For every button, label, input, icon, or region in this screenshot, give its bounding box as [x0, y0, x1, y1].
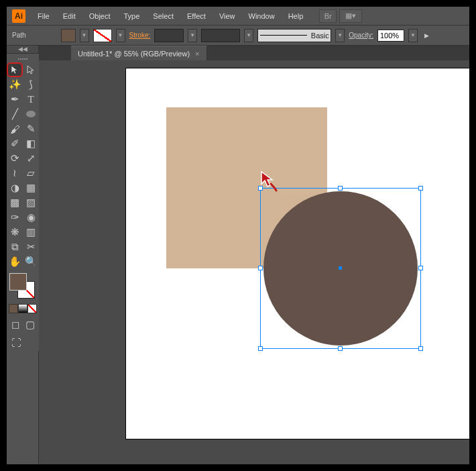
- brush-name: Basic: [311, 32, 329, 40]
- selection-type-label: Path: [12, 32, 26, 39]
- left-dock: ◀◀ ✨ ⟆ ✒ T ╱: [7, 46, 39, 464]
- scale-tool[interactable]: ⤢: [23, 151, 39, 166]
- menu-type[interactable]: Type: [119, 9, 145, 23]
- fill-color-chip[interactable]: [9, 273, 27, 291]
- menu-file[interactable]: File: [32, 9, 55, 23]
- stroke-weight-dropdown[interactable]: ▼: [188, 29, 197, 42]
- stroke-weight-field[interactable]: [154, 29, 184, 42]
- vwp-dropdown[interactable]: ▼: [244, 29, 253, 42]
- document-tabbar: Untitled-1* @ 55% (RGB/Preview) ×: [39, 46, 469, 60]
- document-tab-label: Untitled-1* @ 55% (RGB/Preview): [78, 50, 190, 58]
- menu-window[interactable]: Window: [243, 9, 280, 23]
- fill-dropdown[interactable]: ▼: [80, 29, 89, 42]
- variable-width-profile[interactable]: [201, 29, 240, 42]
- resize-handle-b[interactable]: [338, 346, 343, 351]
- collapse-panels-icon[interactable]: ◀◀: [7, 46, 38, 54]
- app-logo-icon: Ai: [12, 9, 25, 23]
- gradient-tool[interactable]: ▨: [23, 195, 39, 210]
- blob-brush-tool[interactable]: ✐: [7, 136, 23, 151]
- annotation-cursor-icon: [259, 169, 279, 193]
- magic-wand-tool[interactable]: ✨: [7, 77, 23, 92]
- free-transform-tool[interactable]: ▱: [23, 166, 39, 180]
- more-options-icon[interactable]: ▶: [424, 32, 429, 39]
- opacity-dropdown[interactable]: ▼: [408, 29, 418, 42]
- stroke-label[interactable]: Stroke:: [129, 32, 151, 39]
- selection-bounding-box[interactable]: [260, 188, 421, 349]
- width-tool[interactable]: ≀: [7, 166, 23, 180]
- resize-handle-l[interactable]: [258, 266, 263, 270]
- eraser-tool[interactable]: ◧: [23, 136, 39, 151]
- arrange-documents-button[interactable]: ▦▾: [339, 9, 362, 23]
- menu-edit[interactable]: Edit: [58, 9, 81, 23]
- zoom-tool[interactable]: 🔍: [23, 254, 39, 269]
- line-tool[interactable]: ╱: [7, 107, 23, 121]
- eyedropper-tool[interactable]: ✑: [7, 210, 23, 225]
- symbol-sprayer-tool[interactable]: ❋: [7, 225, 23, 240]
- blend-tool[interactable]: ◉: [23, 210, 39, 225]
- app-window: Ai File Edit Object Type Select Effect V…: [7, 7, 469, 464]
- lasso-tool[interactable]: ⟆: [23, 77, 39, 92]
- direct-selection-tool[interactable]: [23, 62, 39, 77]
- resize-handle-r[interactable]: [418, 266, 423, 270]
- color-mode-solid[interactable]: [9, 304, 18, 313]
- menu-object[interactable]: Object: [84, 9, 116, 23]
- shape-builder-tool[interactable]: ◑: [7, 180, 23, 195]
- resize-handle-br[interactable]: [418, 346, 423, 351]
- brush-dropdown[interactable]: ▼: [335, 29, 345, 42]
- opacity-label[interactable]: Opacity:: [349, 32, 373, 39]
- selection-center-icon: [339, 266, 342, 270]
- resize-handle-tr[interactable]: [418, 186, 423, 191]
- control-bar: Path ▼ ▼ Stroke: ▼ ▼ Basic ▼ Opacity: 10…: [7, 25, 469, 46]
- selection-tool[interactable]: [7, 62, 23, 77]
- resize-handle-t[interactable]: [338, 186, 343, 191]
- svg-point-0: [26, 111, 36, 117]
- fill-stroke-stack[interactable]: [8, 272, 38, 301]
- fill-swatch[interactable]: [61, 29, 76, 42]
- pen-tool[interactable]: ✒: [7, 92, 23, 107]
- document-tab[interactable]: Untitled-1* @ 55% (RGB/Preview) ×: [71, 46, 207, 60]
- drawing-mode-normal[interactable]: ◻: [8, 317, 23, 332]
- menu-help[interactable]: Help: [283, 9, 309, 23]
- bridge-button[interactable]: Br: [319, 9, 337, 23]
- opacity-field[interactable]: 100%: [377, 30, 404, 42]
- perspective-grid-tool[interactable]: ▦: [23, 180, 39, 195]
- mesh-tool[interactable]: ▩: [7, 195, 23, 210]
- stroke-dropdown[interactable]: ▼: [116, 29, 125, 42]
- menubar: Ai File Edit Object Type Select Effect V…: [7, 7, 469, 25]
- toolbox-grip-icon[interactable]: [7, 56, 39, 61]
- menu-select[interactable]: Select: [147, 9, 179, 23]
- color-mode-none[interactable]: [27, 304, 37, 313]
- change-screen-mode[interactable]: ⛶: [8, 335, 24, 350]
- toolbox: ✨ ⟆ ✒ T ╱ 🖌 ✎ ✐ ◧: [7, 54, 39, 351]
- pencil-tool[interactable]: ✎: [23, 121, 39, 136]
- color-mode-gradient[interactable]: [18, 304, 27, 313]
- brush-definition[interactable]: Basic: [257, 29, 331, 42]
- document-area: Untitled-1* @ 55% (RGB/Preview) ×: [39, 46, 469, 464]
- resize-handle-bl[interactable]: [258, 346, 263, 351]
- menu-effect[interactable]: Effect: [182, 9, 211, 23]
- screen-mode-button[interactable]: ▢: [23, 317, 38, 332]
- hand-tool[interactable]: ✋: [7, 254, 23, 269]
- ellipse-tool[interactable]: [23, 107, 39, 121]
- column-graph-tool[interactable]: ▥: [23, 225, 39, 240]
- rotate-tool[interactable]: ⟳: [7, 151, 23, 166]
- paintbrush-tool[interactable]: 🖌: [7, 121, 23, 136]
- artboard-tool[interactable]: ⧉: [7, 240, 23, 254]
- stroke-swatch[interactable]: [93, 29, 112, 42]
- menu-view[interactable]: View: [214, 9, 241, 23]
- close-tab-icon[interactable]: ×: [195, 50, 199, 58]
- slice-tool[interactable]: ✂: [23, 240, 39, 254]
- type-tool[interactable]: T: [23, 92, 39, 107]
- canvas[interactable]: [39, 60, 469, 464]
